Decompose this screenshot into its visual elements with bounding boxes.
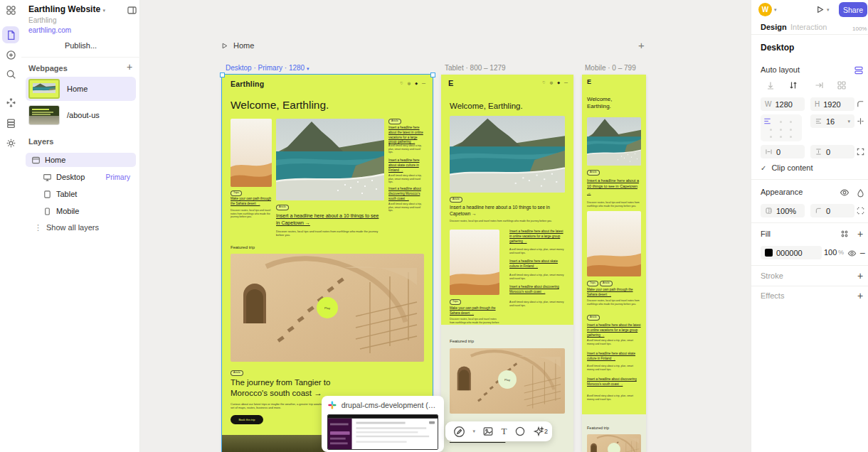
padding-individual-icon[interactable] (854, 145, 867, 158)
chevron-down-icon[interactable]: ▾ (827, 7, 830, 13)
canvas[interactable]: Home + Desktop · Primary · 1280 ▾ Tablet… (140, 0, 751, 452)
desert-image[interactable] (587, 211, 641, 276)
padding-vertical-input[interactable]: 0 (810, 145, 854, 158)
padding-horizontal-input[interactable]: 0 (761, 145, 805, 158)
site-nav[interactable]: ♡◎◆— (542, 80, 568, 85)
fill-opacity-value[interactable]: 100 (824, 248, 837, 257)
add-icon[interactable] (2, 46, 19, 63)
article-link[interactable]: Make your own path through the Sahara de… (450, 306, 499, 316)
article-link[interactable]: Insert a headline here about the latest … (587, 323, 641, 338)
capetown-body[interactable]: Discover routes, local tips and travel n… (450, 220, 563, 223)
corner-tool-icon[interactable] (854, 97, 867, 110)
zoom-level[interactable]: 100% (852, 26, 867, 32)
avatar[interactable]: W (758, 3, 772, 16)
text-tool-icon[interactable]: T (501, 426, 507, 437)
image-tool-icon[interactable] (482, 426, 494, 437)
add-page-button[interactable]: + (127, 61, 132, 72)
article-body[interactable]: A well timed story about a trip, plan, s… (388, 174, 425, 184)
desert-image[interactable] (450, 230, 499, 295)
slack-window-thumbnail[interactable] (327, 414, 438, 450)
tag-pill[interactable]: Article (587, 315, 600, 321)
article-body[interactable]: A well timed story about a trip, plan, s… (388, 144, 425, 154)
droplet-icon[interactable] (854, 186, 867, 199)
play-circle-button[interactable]: Play (317, 297, 338, 318)
article-body[interactable]: A well timed story about a trip, plan, s… (509, 301, 565, 307)
article-link[interactable]: Insert a headline here about skate cultu… (388, 158, 425, 173)
site-title[interactable]: Earthling Website ▾ (28, 4, 105, 14)
layer-row-tablet[interactable]: Tablet (26, 187, 136, 201)
welcome-heading[interactable]: Welcome, Earthling. (231, 99, 329, 112)
article-link[interactable]: Insert a headline about discovering Moro… (388, 187, 425, 201)
article-body[interactable]: Discover routes, local tips and travel n… (587, 299, 641, 306)
opacity-input[interactable]: 100% (761, 204, 805, 217)
play-circle-button[interactable]: Play (498, 370, 517, 389)
chevron-down-icon[interactable]: ▾ (774, 7, 777, 13)
show-all-layers[interactable]: ⋮ Show all layers (26, 220, 136, 235)
share-button[interactable]: Share (839, 2, 867, 17)
article-body[interactable]: A well timed story about a trip, plan, s… (509, 274, 565, 280)
add-breakpoint-button[interactable]: + (638, 39, 645, 51)
tab-interaction[interactable]: Interaction (790, 23, 827, 31)
add-stroke-button[interactable]: + (854, 269, 867, 282)
frame-label-mobile[interactable]: Mobile · 0 – 799 (585, 64, 636, 72)
site-logo[interactable]: Earthling (231, 80, 264, 88)
article-body[interactable]: A well timed story about a trip, plan, s… (587, 365, 641, 371)
tag-pill[interactable]: Trips (231, 190, 242, 196)
layout-wrap-icon[interactable] (835, 79, 848, 92)
layer-row-mobile[interactable]: Mobile (26, 204, 136, 218)
alignment-box[interactable] (761, 114, 802, 141)
auto-layout-icon[interactable] (852, 64, 865, 77)
width-input[interactable]: W1280 (761, 97, 805, 111)
expand-icon[interactable] (854, 204, 867, 217)
article-body[interactable]: Discover routes, local tips and travel n… (231, 209, 272, 219)
article-body[interactable]: A well timed story about a trip, plan, s… (509, 248, 565, 254)
draw-tool-icon[interactable] (453, 426, 465, 438)
add-fill-button[interactable]: + (854, 227, 867, 240)
tab-design[interactable]: Design (761, 23, 787, 31)
chevron-down-icon[interactable]: ▾ (472, 429, 475, 434)
page-row-home[interactable]: Home (26, 77, 136, 101)
add-effect-button[interactable]: + (854, 289, 867, 302)
layout-horizontal-icon[interactable] (813, 79, 825, 92)
page-row-about[interactable]: /about-us (26, 103, 136, 127)
site-domain-link[interactable]: earthling.com (28, 26, 71, 34)
site-logo-mark[interactable]: E (448, 79, 453, 87)
shape-tool-icon[interactable] (514, 426, 526, 437)
clip-content-checkbox[interactable]: ✓ Clip content (761, 163, 813, 172)
layer-row-page[interactable]: Home (26, 153, 136, 167)
welcome-heading[interactable]: Welcome, Earthling. (450, 102, 523, 110)
article-link[interactable]: Insert a headline here about the latest … (388, 126, 425, 145)
tag-pill[interactable]: Article (450, 197, 462, 203)
site-nav[interactable]: ♡◎◆— (400, 81, 425, 85)
app-logo-icon[interactable] (2, 1, 19, 18)
publish-button[interactable]: Publish... (21, 38, 140, 53)
site-logo-mark[interactable]: E (587, 78, 591, 85)
remove-fill-button[interactable]: − (856, 247, 868, 259)
article-body[interactable]: A well timed story about a trip, plan, s… (587, 394, 641, 401)
ai-sparkle-icon[interactable] (533, 426, 544, 437)
tag-pill[interactable]: Article (600, 281, 613, 286)
layout-vertical-icon[interactable] (764, 79, 777, 92)
search-icon[interactable] (2, 65, 19, 82)
selection-handle[interactable] (430, 72, 435, 77)
fill-color-input[interactable]: 000000 (761, 246, 822, 259)
frame-label-desktop[interactable]: Desktop · Primary · 1280 ▾ (226, 64, 309, 72)
styles-icon[interactable] (838, 227, 851, 240)
tag-pill[interactable]: Article (587, 170, 600, 176)
capetown-image[interactable] (450, 116, 565, 193)
article-link[interactable]: Insert a headline here about skate cultu… (509, 259, 565, 269)
journey-cta-button[interactable]: Book this trip (231, 415, 263, 424)
article-link[interactable]: Insert a headline here about skate cultu… (587, 352, 641, 362)
tag-pill[interactable]: Article (231, 370, 243, 376)
article-link[interactable]: Insert a headline about discovering Moro… (587, 377, 641, 387)
article-link[interactable]: Insert a headline here about the latest … (509, 230, 565, 244)
article-link[interactable]: Insert a headline about discovering Moro… (509, 285, 565, 295)
present-play-icon[interactable] (815, 5, 825, 14)
capetown-headline[interactable]: Insert a headline here about a 10 things… (450, 204, 563, 217)
article-body[interactable]: A well timed story about a trip, plan, s… (587, 339, 641, 345)
capetown-headline[interactable]: Insert a headline here about a 10 things… (587, 178, 641, 195)
panel-toggle-icon[interactable] (127, 5, 137, 16)
height-input[interactable]: H1920 (810, 97, 854, 111)
pages-icon[interactable] (2, 26, 19, 43)
capetown-image[interactable] (587, 117, 641, 166)
